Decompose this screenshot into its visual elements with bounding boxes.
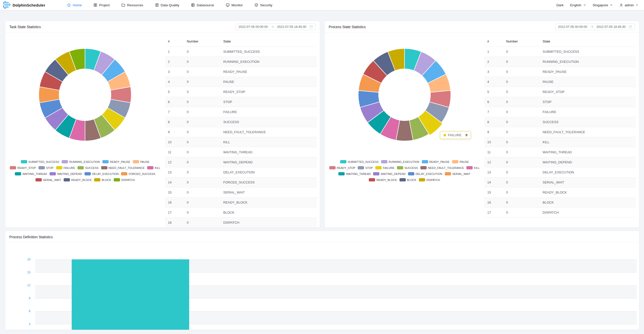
- state-number: 0: [184, 87, 220, 97]
- legend-label: FAILURE: [383, 166, 394, 169]
- legend-label: RUNNING_EXECUTION: [389, 160, 419, 163]
- legend-label: SUCCESS: [405, 166, 418, 169]
- theme-toggle-button[interactable]: Dark: [556, 3, 564, 7]
- legend-item-stop[interactable]: STOP: [38, 166, 54, 169]
- legend-item-stop[interactable]: STOP: [358, 166, 373, 169]
- legend-item-waiting_depend[interactable]: WAITING_DEPEND: [373, 172, 406, 175]
- state-number: 0: [503, 197, 540, 207]
- nav-item-datasource[interactable]: Datasource: [191, 3, 214, 7]
- legend-item-ready_block[interactable]: READY_BLOCK: [369, 178, 397, 181]
- date-end-value: 2022-07-05 18:45:30: [596, 25, 626, 29]
- row-index: 2: [165, 57, 184, 67]
- legend-item-block[interactable]: BLOCK: [399, 178, 416, 181]
- legend-swatch: [419, 178, 425, 181]
- legend-label: READY_STOP: [17, 166, 36, 169]
- legend-swatch: [85, 172, 91, 175]
- row-index: 9: [484, 127, 503, 137]
- legend-item-success[interactable]: SUCCESS: [77, 166, 98, 169]
- legend-swatch: [381, 160, 387, 163]
- legend-item-dispatch[interactable]: DISPATCH: [114, 178, 135, 181]
- user-menu[interactable]: admin: [619, 3, 638, 7]
- nav-item-home[interactable]: Home: [67, 3, 82, 7]
- calendar-icon: [309, 25, 313, 29]
- legend-item-block[interactable]: BLOCK: [94, 178, 111, 181]
- legend-item-need_fault_tolerance[interactable]: NEED_FAULT_TOLERANCE: [101, 166, 145, 169]
- dolphin-logo-icon: [3, 1, 11, 9]
- legend-item-ready_block[interactable]: READY_BLOCK: [64, 178, 92, 181]
- legend-item-kill[interactable]: KILL: [147, 166, 160, 169]
- legend-item-kill[interactable]: KILL: [466, 166, 480, 169]
- legend-item-serial_wait[interactable]: SERIAL_WAIT: [445, 172, 470, 175]
- legend-item-waiting_thread[interactable]: WAITING_THREAD: [338, 172, 371, 175]
- row-index: 7: [484, 107, 503, 117]
- task-card-title: Task State Statistics: [9, 25, 41, 29]
- legend-item-forced_success[interactable]: FORCED_SUCCESS: [121, 172, 155, 175]
- legend-item-ready_pause[interactable]: READY_PAUSE: [422, 160, 450, 163]
- legend-item-waiting_depend[interactable]: WAITING_DEPEND: [50, 172, 82, 175]
- table-row: 140SERIAL_WAIT: [484, 177, 636, 187]
- timezone-select[interactable]: Singapore: [593, 3, 613, 7]
- task-donut-pane: SUBMITTED_SUCCESSRUNNING_EXECUTIONREADY_…: [5, 33, 165, 228]
- process-state-donut-chart: [357, 47, 452, 142]
- task-date-range-picker[interactable]: 2022-07-05 00:00:00 2022-07-05 18:45:30: [236, 24, 315, 30]
- username: admin: [625, 3, 634, 7]
- column-header: Number: [184, 36, 220, 46]
- nav-item-monitor[interactable]: Monitor: [226, 3, 243, 7]
- table-row: 80SUCCESS: [165, 117, 317, 127]
- nav-item-data-quality[interactable]: Data Quality: [155, 3, 179, 7]
- legend-item-submitted_success[interactable]: SUBMITTED_SUCCESS: [340, 160, 379, 163]
- state-number: 0: [184, 46, 220, 57]
- legend-item-pause[interactable]: PAUSE: [452, 160, 469, 163]
- language-select[interactable]: English: [570, 3, 586, 7]
- legend-item-ready_pause[interactable]: READY_PAUSE: [102, 160, 130, 163]
- task-state-table: #NumberState 10SUBMITTED_SUCCESS20RUNNIN…: [165, 36, 317, 228]
- y-axis-label: 18: [20, 258, 30, 261]
- legend-item-serial_wait[interactable]: SERIAL_WAIT: [35, 178, 61, 181]
- state-name: FAILURE: [540, 107, 636, 117]
- security-icon: [254, 3, 258, 7]
- legend-swatch: [56, 166, 62, 169]
- legend-item-running_execution[interactable]: RUNNING_EXECUTION: [381, 160, 419, 163]
- state-name: NEED_FAULT_TOLERANCE: [220, 127, 317, 137]
- state-name: NEED_FAULT_TOLERANCE: [540, 127, 636, 137]
- state-number: 0: [184, 197, 220, 207]
- row-index: 10: [484, 137, 503, 147]
- legend-item-dispatch[interactable]: DISPATCH: [419, 178, 440, 181]
- legend-item-submitted_success[interactable]: SUBMITTED_SUCCESS: [21, 160, 59, 163]
- row-index: 3: [165, 67, 184, 77]
- state-number: 0: [503, 67, 540, 77]
- nav-item-security[interactable]: Security: [254, 3, 272, 7]
- legend-item-failure[interactable]: FAILURE: [375, 166, 394, 169]
- row-index: 6: [165, 97, 184, 107]
- legend-item-need_fault_tolerance[interactable]: NEED_FAULT_TOLERANCE: [420, 166, 464, 169]
- legend-item-success[interactable]: SUCCESS: [397, 166, 418, 169]
- app-logo[interactable]: DolphinScheduler: [3, 1, 45, 9]
- state-number: 0: [503, 97, 540, 107]
- legend-item-failure[interactable]: FAILURE: [56, 166, 75, 169]
- row-index: 16: [165, 197, 184, 207]
- language-value: English: [570, 3, 581, 7]
- legend-item-delay_execution[interactable]: DELAY_EXECUTION: [85, 172, 119, 175]
- legend-swatch: [21, 160, 27, 163]
- legend-label: STOP: [46, 166, 54, 169]
- legend-item-waiting_thread[interactable]: WAITING_THREAD: [15, 172, 47, 175]
- state-name: WAITING_THREAD: [220, 147, 317, 157]
- legend-item-delay_execution[interactable]: DELAY_EXECUTION: [408, 172, 442, 175]
- chevron-down-icon: [610, 4, 613, 7]
- legend-item-running_execution[interactable]: RUNNING_EXECUTION: [62, 160, 100, 163]
- legend-label: BLOCK: [102, 178, 111, 181]
- state-name: DELAY_EXECUTION: [540, 167, 636, 177]
- nav-item-resources[interactable]: Resources: [121, 3, 143, 7]
- nav-item-project[interactable]: Project: [93, 3, 110, 7]
- state-number: 0: [184, 127, 220, 137]
- state-name: SERIAL_WAIT: [220, 187, 317, 197]
- legend-item-ready_stop[interactable]: READY_STOP: [10, 166, 36, 169]
- process-definition-bar[interactable]: [72, 259, 189, 330]
- state-number: 0: [503, 107, 540, 117]
- legend-item-pause[interactable]: PAUSE: [133, 160, 149, 163]
- legend-item-ready_stop[interactable]: READY_STOP: [329, 166, 355, 169]
- state-name: DELAY_EXECUTION: [220, 167, 317, 177]
- process-date-range-picker[interactable]: 2022-07-05 00:00:00 2022-07-05 18:45:30: [555, 24, 635, 30]
- table-row: 60STOP: [165, 97, 317, 107]
- table-row: 40PAUSE: [484, 77, 636, 87]
